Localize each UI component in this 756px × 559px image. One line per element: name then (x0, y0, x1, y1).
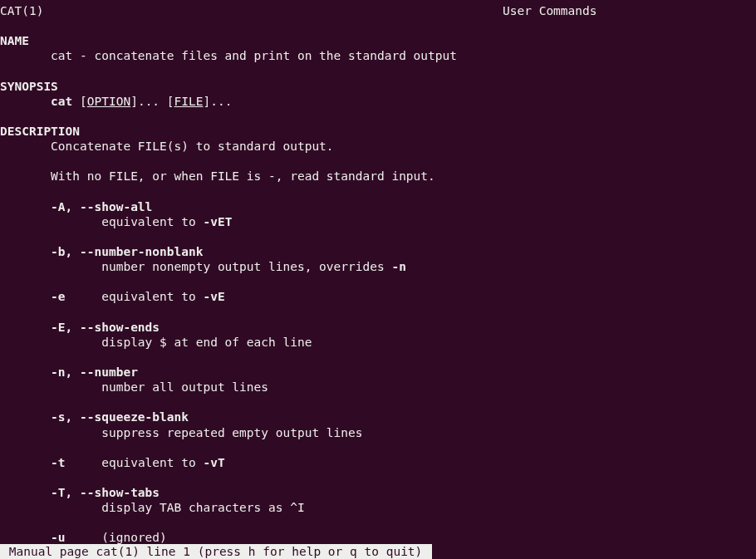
option-flag: -A, --show-all (0, 199, 756, 214)
description-intro: With no FILE, or when FILE is -, read st… (0, 169, 756, 184)
description-intro: Concatenate FILE(s) to standard output. (0, 139, 756, 154)
option-desc-bold: -n (391, 260, 405, 273)
section-heading-description: DESCRIPTION (0, 124, 756, 139)
option-desc: display $ at end of each line (0, 335, 756, 350)
section-heading-name: NAME (0, 33, 756, 48)
option-gap (66, 290, 102, 303)
option-flag: -t (0, 456, 66, 469)
section-heading-synopsis: SYNOPSIS (0, 79, 756, 94)
option-desc-bold: -vE (203, 290, 224, 303)
option-desc-text: number nonempty output lines, overrides (0, 260, 391, 273)
option-desc: equivalent to -vET (0, 214, 756, 229)
blank-line (0, 515, 756, 530)
synopsis-line: cat [OPTION]... [FILE]... (0, 94, 756, 109)
option-gap (66, 456, 102, 469)
option-flag: -b, --number-nonblank (0, 244, 756, 259)
manpage-header: CAT(1) User Commands (0, 3, 756, 18)
header-title-right: User Commands (503, 3, 597, 18)
synopsis-indent (0, 95, 51, 108)
option-desc-text: suppress repeated empty output lines (0, 426, 363, 439)
option-desc-text: number all output lines (0, 380, 268, 394)
option-desc: display TAB characters as ^I (0, 500, 756, 515)
synopsis-bracket: ]... [ (130, 95, 174, 108)
option-desc: number nonempty output lines, overrides … (0, 259, 756, 274)
option-desc-text: equivalent to (0, 215, 203, 228)
options-list: -A, --show-all equivalent to -vET -b, --… (0, 199, 756, 546)
blank-line (0, 274, 756, 289)
name-text: cat - concatenate files and print on the… (0, 48, 756, 63)
option-desc-text: display $ at end of each line (0, 336, 312, 349)
option-flag: -T, --show-tabs (0, 485, 756, 500)
blank-line (0, 229, 756, 244)
blank-line (0, 64, 756, 79)
option-gap (66, 531, 102, 544)
option-entry: -e equivalent to -vE (0, 289, 756, 304)
option-desc-text: display TAB characters as ^I (0, 501, 305, 514)
option-entry: -t equivalent to -vT (0, 455, 756, 470)
option-desc: number all output lines (0, 380, 756, 395)
blank-line (0, 440, 756, 455)
blank-line (0, 350, 756, 365)
option-desc: equivalent to (101, 290, 203, 303)
blank-line (0, 184, 756, 199)
option-flag: -e (0, 290, 66, 303)
blank-line (0, 305, 756, 320)
option-desc: (ignored) (101, 531, 167, 544)
option-flag: -u (0, 531, 66, 544)
blank-line (0, 470, 756, 485)
blank-line (0, 109, 756, 124)
blank-line (0, 395, 756, 409)
blank-line (0, 154, 756, 169)
synopsis-arg-option: OPTION (87, 95, 130, 108)
option-flag: -n, --number (0, 365, 756, 380)
option-entry: -u (ignored) (0, 530, 756, 545)
option-desc: suppress repeated empty output lines (0, 425, 756, 440)
option-desc: equivalent to (101, 456, 203, 469)
header-title-left: CAT(1) (0, 3, 43, 18)
option-flag: -s, --squeeze-blank (0, 409, 756, 424)
option-desc-bold: -vET (203, 215, 232, 228)
pager-statusbar[interactable]: Manual page cat(1) line 1 (press h for h… (0, 544, 432, 559)
synopsis-arg-file: FILE (174, 95, 204, 108)
synopsis-bracket: [ (72, 95, 86, 108)
option-flag: -E, --show-ends (0, 320, 756, 335)
synopsis-bracket: ]... (203, 95, 232, 108)
option-desc-bold: -vT (203, 456, 224, 469)
synopsis-cmd: cat (51, 95, 72, 108)
blank-line (0, 18, 756, 33)
